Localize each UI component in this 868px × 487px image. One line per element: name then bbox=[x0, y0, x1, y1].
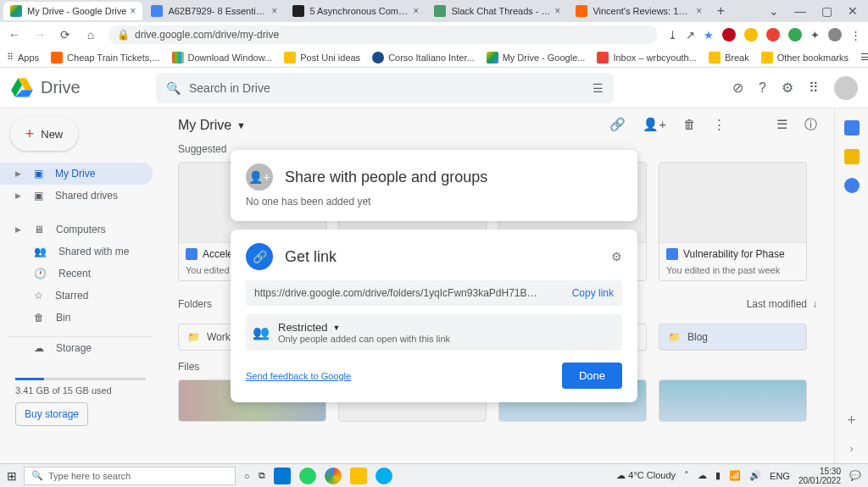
sidebar-item-computers[interactable]: ▶🖥Computers bbox=[0, 219, 153, 241]
sidebar-item-shared-drives[interactable]: ▶▣Shared drives bbox=[0, 185, 153, 207]
extension-icon[interactable] bbox=[766, 28, 780, 42]
notifications-icon[interactable]: 💬 bbox=[849, 470, 861, 481]
tasks-icon[interactable] bbox=[844, 178, 860, 193]
sidebar-item-bin[interactable]: 🗑Bin bbox=[0, 307, 153, 329]
search-input[interactable]: 🔍 Search in Drive ☰ bbox=[156, 73, 614, 103]
done-button[interactable]: Done bbox=[562, 362, 622, 389]
tab-0[interactable]: My Drive - Google Drive × bbox=[3, 2, 142, 20]
tab-4[interactable]: Vincent's Reviews: 12 Ways t × bbox=[569, 2, 709, 20]
list-view-icon[interactable]: ☰ bbox=[776, 117, 787, 133]
tab-3[interactable]: Slack Chat Threads - Ecosia × bbox=[427, 2, 567, 20]
sidebar-item-shared[interactable]: 👥Shared with me bbox=[0, 241, 153, 263]
back-icon[interactable]: ← bbox=[7, 28, 22, 42]
link-icon: 🔗 bbox=[246, 243, 273, 270]
bookmark-item[interactable]: My Drive - Google... bbox=[487, 52, 586, 64]
keep-icon[interactable] bbox=[844, 149, 860, 164]
bookmark-item[interactable]: Cheap Train Tickets,... bbox=[51, 52, 159, 64]
url-input[interactable]: 🔒 drive.google.com/drive/my-drive bbox=[108, 25, 658, 44]
chrome-icon[interactable] bbox=[325, 468, 342, 484]
gear-icon[interactable]: ⚙ bbox=[611, 250, 622, 263]
new-tab-button[interactable]: + bbox=[710, 3, 731, 19]
share-icon[interactable]: ↗ bbox=[686, 29, 695, 42]
avatar[interactable] bbox=[834, 76, 858, 100]
add-panel-icon[interactable]: + bbox=[847, 412, 856, 429]
start-button[interactable]: ⊞ bbox=[0, 469, 24, 483]
chevron-down-icon[interactable]: ⌄ bbox=[769, 4, 779, 18]
calendar-icon[interactable] bbox=[844, 120, 860, 136]
sidebar-item-my-drive[interactable]: ▶▣My Drive bbox=[0, 163, 153, 185]
search-options-icon[interactable]: ☰ bbox=[593, 81, 604, 95]
info-icon[interactable]: ⓘ bbox=[804, 117, 817, 133]
reload-icon[interactable]: ⟳ bbox=[58, 28, 73, 42]
suggested-card[interactable]: Vulnerability for Phase You edited in th… bbox=[659, 162, 807, 281]
settings-icon[interactable]: ⚙ bbox=[782, 80, 793, 96]
extension-icon[interactable] bbox=[722, 28, 736, 42]
bookmark-item[interactable]: Post Uni ideas bbox=[284, 52, 360, 64]
other-bookmarks[interactable]: Other bookmarks bbox=[761, 52, 849, 64]
link-icon[interactable]: 🔗 bbox=[609, 117, 626, 133]
wifi-icon[interactable]: 📶 bbox=[729, 470, 741, 481]
feedback-link[interactable]: Send feedback to Google bbox=[246, 371, 351, 381]
offline-icon[interactable]: ⊘ bbox=[732, 80, 743, 96]
battery-icon[interactable]: ▮ bbox=[715, 470, 721, 481]
weather-widget[interactable]: ☁ 4°C Cloudy bbox=[616, 470, 676, 481]
folder-icon: 📁 bbox=[187, 331, 200, 343]
tab-1[interactable]: A62B7929- 8 Essentials Ways × bbox=[144, 2, 284, 20]
profile-icon[interactable] bbox=[828, 28, 842, 42]
close-icon[interactable]: × bbox=[696, 5, 702, 17]
star-icon[interactable]: ★ bbox=[704, 29, 714, 42]
folder-item[interactable]: 📁Blog bbox=[659, 324, 807, 351]
buy-storage-button[interactable]: Buy storage bbox=[15, 402, 88, 426]
menu-icon[interactable]: ⋮ bbox=[850, 29, 861, 42]
tray-chevron-icon[interactable]: ˄ bbox=[684, 470, 689, 481]
bookmark-item[interactable]: Download Window... bbox=[172, 52, 273, 64]
apps-button[interactable]: ⠿Apps bbox=[7, 52, 39, 63]
clock[interactable]: 15:30 20/01/2022 bbox=[798, 467, 841, 485]
close-icon[interactable]: × bbox=[413, 5, 419, 17]
home-icon[interactable]: ⌂ bbox=[83, 28, 98, 42]
puzzle-icon[interactable]: ✦ bbox=[810, 29, 820, 42]
sidebar-item-recent[interactable]: 🕐Recent bbox=[0, 263, 153, 285]
restricted-dropdown[interactable]: Restricted▼ bbox=[278, 321, 450, 334]
tab-2[interactable]: 5 Asynchronous Communica × bbox=[286, 2, 426, 20]
cortana-icon[interactable]: ○ bbox=[244, 471, 250, 481]
explorer-icon[interactable] bbox=[350, 468, 367, 484]
close-icon[interactable]: × bbox=[271, 5, 277, 17]
extension-icon[interactable] bbox=[788, 28, 802, 42]
close-icon[interactable]: × bbox=[130, 5, 136, 17]
link-url[interactable]: https://drive.google.com/drive/folders/1… bbox=[254, 287, 542, 299]
bookmark-item[interactable]: Inbox – wrbcyouth... bbox=[597, 52, 696, 64]
taskbar-search[interactable]: 🔍 Type here to search bbox=[24, 467, 236, 485]
collapse-panel-icon[interactable]: › bbox=[850, 443, 854, 455]
task-view-icon[interactable]: ⧉ bbox=[259, 470, 265, 481]
onedrive-icon[interactable]: ☁ bbox=[698, 470, 707, 481]
help-icon[interactable]: ? bbox=[759, 80, 766, 96]
apps-grid-icon[interactable]: ⠿ bbox=[809, 80, 819, 96]
file-item[interactable] bbox=[659, 379, 807, 422]
new-button[interactable]: + New bbox=[10, 117, 78, 151]
close-window-icon[interactable]: ✕ bbox=[848, 4, 858, 18]
more-icon[interactable]: ⋮ bbox=[713, 117, 726, 133]
minimize-icon[interactable]: — bbox=[794, 4, 806, 18]
sort-button[interactable]: Last modified↓ bbox=[747, 298, 817, 310]
maximize-icon[interactable]: ▢ bbox=[821, 4, 832, 18]
breadcrumb[interactable]: My Drive▼ bbox=[178, 118, 246, 133]
person-add-icon: 👤+ bbox=[246, 163, 273, 191]
reading-list[interactable]: ☰Reading list bbox=[860, 52, 868, 63]
add-person-icon[interactable]: 👤+ bbox=[643, 117, 666, 133]
extension-icon[interactable] bbox=[744, 28, 758, 42]
language-indicator[interactable]: ENG bbox=[770, 471, 790, 481]
mail-app-icon[interactable] bbox=[274, 468, 291, 484]
whatsapp-icon[interactable] bbox=[299, 468, 316, 484]
bookmark-item[interactable]: Corso Italiano Inter... bbox=[372, 52, 475, 64]
skype-icon[interactable] bbox=[376, 468, 392, 484]
sidebar-item-storage[interactable]: ☁Storage bbox=[0, 337, 153, 359]
bookmark-item[interactable]: Break bbox=[709, 52, 749, 64]
close-icon[interactable]: × bbox=[554, 5, 560, 17]
drive-logo[interactable]: Drive bbox=[10, 76, 146, 100]
copy-link-button[interactable]: Copy link bbox=[572, 287, 614, 299]
trash-icon[interactable]: 🗑 bbox=[683, 117, 696, 133]
install-icon[interactable]: ⤓ bbox=[668, 29, 677, 42]
sidebar-item-starred[interactable]: ☆Starred bbox=[0, 285, 153, 307]
volume-icon[interactable]: 🔊 bbox=[749, 470, 761, 481]
